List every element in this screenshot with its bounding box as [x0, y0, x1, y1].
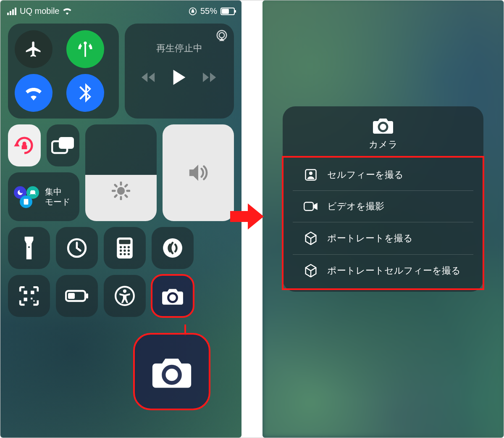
- focus-label: 集中モード: [45, 187, 70, 207]
- nfc-button[interactable]: [152, 227, 194, 269]
- camera-option-label: ビデオを撮影: [327, 200, 384, 213]
- svg-rect-43: [304, 202, 313, 210]
- focus-icons: [14, 186, 41, 207]
- svg-rect-28: [24, 291, 27, 294]
- camera-option-label: ポートレートセルフィーを撮る: [327, 264, 461, 277]
- camera-option-selfie[interactable]: セルフィーを撮る: [293, 159, 473, 190]
- timer-icon: [66, 237, 87, 259]
- svg-line-12: [125, 195, 127, 197]
- camera-option-label: セルフィーを撮る: [327, 169, 404, 181]
- qr-icon: [18, 285, 39, 306]
- svg-rect-17: [119, 240, 130, 244]
- svg-point-22: [123, 250, 126, 252]
- volume-icon: [188, 164, 209, 182]
- camera-icon: [372, 116, 394, 134]
- status-bar: UQ mobile 55%: [0, 0, 242, 19]
- svg-rect-30: [24, 298, 27, 301]
- arrow-right-icon: [230, 202, 264, 231]
- cellular-signal-icon: [7, 8, 16, 15]
- airplane-icon: [24, 40, 43, 58]
- svg-rect-29: [31, 291, 34, 294]
- screen-mirroring-button[interactable]: [47, 124, 79, 166]
- wifi-icon: [63, 8, 72, 15]
- bluetooth-toggle[interactable]: [66, 74, 104, 112]
- focus-mode-button[interactable]: 集中モード: [8, 172, 79, 221]
- calculator-icon: [117, 237, 133, 259]
- media-title: 再生停止中: [156, 42, 202, 55]
- svg-point-24: [120, 253, 122, 255]
- svg-point-2: [219, 33, 225, 38]
- play-icon[interactable]: [173, 70, 186, 85]
- flashlight-icon: [23, 237, 35, 259]
- screen-mirroring-icon: [51, 136, 75, 155]
- qr-scanner-button[interactable]: [8, 275, 50, 317]
- svg-point-6: [117, 187, 125, 194]
- svg-point-26: [128, 253, 130, 255]
- nfc-icon: [162, 237, 183, 259]
- forward-icon[interactable]: [203, 72, 217, 83]
- battery-icon: [220, 8, 235, 15]
- svg-point-21: [120, 250, 122, 252]
- svg-point-18: [120, 246, 122, 248]
- brightness-icon: [112, 182, 130, 200]
- camera-option-video[interactable]: ビデオを撮影: [293, 190, 473, 222]
- svg-rect-4: [59, 137, 74, 149]
- cellular-data-toggle[interactable]: [66, 30, 104, 68]
- brightness-slider[interactable]: [85, 124, 157, 221]
- camera-button-enlarged: [134, 334, 210, 409]
- svg-line-13: [115, 195, 117, 197]
- svg-point-19: [123, 246, 126, 248]
- camera-options-list: セルフィーを撮る ビデオを撮影 ポートレートを撮る: [283, 157, 483, 289]
- svg-rect-31: [31, 298, 32, 299]
- timer-button[interactable]: [56, 227, 98, 269]
- low-power-button[interactable]: [56, 275, 98, 317]
- svg-rect-34: [86, 293, 88, 298]
- camera-icon: [161, 287, 184, 305]
- control-center-screen: UQ mobile 55%: [0, 0, 242, 438]
- airplane-mode-toggle[interactable]: [15, 30, 52, 68]
- camera-menu-title: カメラ: [369, 138, 398, 151]
- bluetooth-icon: [79, 83, 92, 103]
- orientation-lock-button[interactable]: [8, 124, 41, 166]
- svg-rect-5: [24, 199, 29, 204]
- camera-option-portrait-selfie[interactable]: ポートレートセルフィーを撮る: [293, 254, 473, 287]
- cube-icon: [304, 232, 318, 245]
- selfie-icon: [304, 169, 318, 181]
- svg-rect-32: [33, 300, 34, 301]
- camera-button[interactable]: [152, 275, 194, 317]
- battery-percent-label: 55%: [200, 6, 217, 16]
- svg-point-23: [128, 250, 130, 252]
- battery-icon: [65, 290, 89, 302]
- svg-rect-35: [68, 293, 75, 299]
- svg-line-11: [115, 185, 117, 186]
- orientation-lock-icon: [189, 7, 197, 16]
- airplay-icon: [215, 29, 228, 42]
- camera-options-card: カメラ セルフィーを撮る ビデオを撮影: [283, 106, 483, 292]
- camera-option-label: ポートレートを撮る: [327, 232, 413, 245]
- media-panel[interactable]: 再生停止中: [125, 24, 234, 119]
- calculator-button[interactable]: [104, 227, 146, 269]
- svg-point-27: [163, 238, 182, 258]
- svg-line-14: [125, 185, 127, 186]
- volume-slider[interactable]: [163, 124, 234, 221]
- carrier-label: UQ mobile: [20, 6, 59, 16]
- accessibility-button[interactable]: [104, 275, 146, 317]
- camera-icon: [151, 354, 193, 389]
- camera-menu-screen: カメラ セルフィーを撮る ビデオを撮影: [262, 0, 504, 438]
- accessibility-icon: [114, 285, 135, 306]
- wifi-icon: [24, 84, 44, 101]
- rewind-icon[interactable]: [142, 72, 156, 83]
- connectivity-panel[interactable]: [8, 24, 119, 119]
- svg-point-37: [123, 289, 126, 293]
- svg-point-42: [309, 172, 312, 175]
- orientation-lock-icon: [13, 134, 36, 157]
- flashlight-button[interactable]: [8, 227, 50, 269]
- camera-option-portrait[interactable]: ポートレートを撮る: [293, 222, 473, 254]
- svg-point-20: [128, 246, 130, 248]
- svg-point-25: [123, 253, 126, 255]
- antenna-icon: [76, 40, 94, 58]
- wifi-toggle[interactable]: [15, 74, 52, 112]
- cube-icon: [304, 264, 318, 277]
- video-icon: [304, 201, 318, 211]
